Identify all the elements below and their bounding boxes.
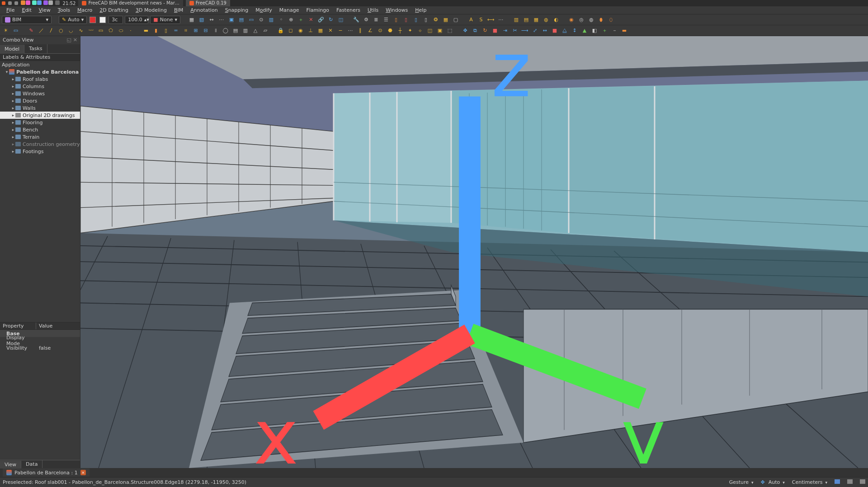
construction-mode-button[interactable]: ■None▾ xyxy=(150,16,180,24)
menu-2d-drafting[interactable]: 2D Drafting xyxy=(96,6,132,14)
polyline-icon[interactable]: 〳 xyxy=(47,27,55,35)
layers-icon[interactable]: ≣ xyxy=(372,16,380,24)
snap-mid-icon[interactable]: ◉ xyxy=(297,27,305,35)
window-minimize-icon[interactable] xyxy=(8,1,12,5)
snap-box-icon[interactable]: ▣ xyxy=(436,27,444,35)
snap-dim-icon[interactable]: ⟐ xyxy=(416,27,424,35)
bbox-icon[interactable]: ▭ xyxy=(247,16,255,24)
tree-item[interactable]: ▸Bench xyxy=(0,126,80,133)
scale-field[interactable]: 100.0▴▾ xyxy=(125,16,148,24)
sheet-icon[interactable]: ▢ xyxy=(452,16,460,24)
menu-flamingo[interactable]: Flamingo xyxy=(302,6,333,14)
nav-style-selector[interactable]: Gesture xyxy=(729,479,754,485)
text-a-icon[interactable]: A xyxy=(467,16,475,24)
fastener-4-icon[interactable]: ⬮ xyxy=(597,16,605,24)
snap-ang-icon[interactable]: ∠ xyxy=(366,27,374,35)
pipe-icon[interactable]: ⦀ xyxy=(212,27,220,35)
menu-fasteners[interactable]: Fasteners xyxy=(333,6,364,14)
stairs-2-icon[interactable]: ▥ xyxy=(241,27,250,35)
extrude-icon[interactable]: ▲ xyxy=(580,27,589,35)
tree-item[interactable]: ▸Terrain xyxy=(0,133,80,140)
doc-b-icon[interactable]: ▯ xyxy=(402,16,410,24)
tab-data[interactable]: Data xyxy=(21,460,42,468)
doc-c-icon[interactable]: ▯ xyxy=(412,16,420,24)
tree-item[interactable]: ▸Walls xyxy=(0,104,80,112)
extend-icon[interactable]: ⟶ xyxy=(521,27,529,35)
snap-vertex-icon[interactable]: ◦ xyxy=(277,16,285,24)
tree-item[interactable]: ▸Construction geometry xyxy=(0,140,80,148)
tree-item[interactable]: ▸Original 2D drawings xyxy=(0,112,80,119)
dims-stretch-icon[interactable] xyxy=(860,479,865,485)
menu-snapping[interactable]: Snapping xyxy=(222,6,252,14)
shaded-icon[interactable]: ▤ xyxy=(237,16,245,24)
linewidth-field[interactable]: 3c xyxy=(108,16,123,24)
polygon-icon[interactable]: ⬠ xyxy=(107,27,115,35)
3d-viewport[interactable]: z y x xyxy=(80,36,868,468)
model-tree[interactable]: Application ▾ Pabellon de Barcelona ▸Roo… xyxy=(0,61,80,155)
snap-par-icon[interactable]: ∥ xyxy=(356,27,364,35)
tab-tasks[interactable]: Tasks xyxy=(24,44,47,53)
window-maximize-icon[interactable] xyxy=(14,1,18,5)
hatch-4-icon[interactable]: ◍ xyxy=(542,16,550,24)
offset-icon[interactable]: ⇥ xyxy=(501,27,509,35)
prop-visibility[interactable]: Visibilityfalse xyxy=(0,344,80,351)
tree-document[interactable]: ▾ Pabellon de Barcelona xyxy=(0,68,80,75)
snap-grid-icon[interactable]: ▦ xyxy=(316,27,325,35)
panel-icon[interactable]: ▱ xyxy=(261,27,269,35)
close-panel-icon[interactable]: ✕ xyxy=(73,37,77,43)
fastener-3-icon[interactable]: ◍ xyxy=(587,16,595,24)
dots-icon[interactable]: ⋯ xyxy=(217,16,226,24)
color-swatch-white[interactable] xyxy=(99,16,107,24)
tree-item[interactable]: ▸Flooring xyxy=(0,119,80,126)
gear-icon[interactable]: ⚙ xyxy=(362,16,370,24)
taskbar-tab-browser[interactable]: FreeCAD BIM development news - Mar… xyxy=(78,0,183,6)
dims-grid-icon[interactable] xyxy=(847,479,853,485)
menu-modify[interactable]: Modify xyxy=(252,6,275,14)
snap-more-icon[interactable]: ⋯ xyxy=(346,27,354,35)
tab-model[interactable]: Model xyxy=(0,45,24,54)
diff-icon[interactable]: ◧ xyxy=(590,27,599,35)
array-icon[interactable]: ■ xyxy=(551,27,559,35)
doc-d-icon[interactable]: ▯ xyxy=(422,16,430,24)
dims-lock-icon[interactable] xyxy=(835,479,840,485)
color-swatch-red[interactable] xyxy=(89,16,97,24)
snap-end-icon[interactable]: ◻ xyxy=(287,27,295,35)
line-icon[interactable]: ／ xyxy=(37,27,45,35)
undock-icon[interactable]: ◱ xyxy=(66,37,71,43)
beam-icon[interactable]: ═ xyxy=(172,27,180,35)
camera-icon[interactable]: ◫ xyxy=(337,16,345,24)
menu-macro[interactable]: Macro xyxy=(74,6,96,14)
snap-ortho-icon[interactable]: ┼ xyxy=(396,27,404,35)
mirror-icon[interactable]: ⧋ xyxy=(561,27,569,35)
fitting-icon[interactable]: ◯ xyxy=(222,27,230,35)
close-document-icon[interactable]: × xyxy=(80,470,86,475)
spline-icon[interactable]: 〰 xyxy=(87,27,95,35)
auto-group-button[interactable]: ✎Auto▾ xyxy=(59,16,87,24)
fastener-1-icon[interactable]: ◉ xyxy=(567,16,576,24)
new-doc-icon[interactable]: ☀ xyxy=(2,27,10,35)
open-doc-icon[interactable]: ▭ xyxy=(12,27,20,35)
rebar-icon[interactable]: ⌗ xyxy=(182,27,190,35)
curve-icon[interactable]: ∿ xyxy=(77,27,85,35)
hatch-5-icon[interactable]: ◐ xyxy=(552,16,560,24)
ellipse-icon[interactable]: ⬭ xyxy=(117,27,125,35)
table-icon[interactable]: ▦ xyxy=(442,16,450,24)
prop-display-mode[interactable]: Display Mode xyxy=(0,337,80,344)
sketch-icon[interactable]: ✎ xyxy=(27,27,35,35)
link-icon[interactable]: 🔗 xyxy=(317,16,325,24)
copy-icon[interactable]: ⧉ xyxy=(471,27,479,35)
trim-icon[interactable]: ✂ xyxy=(511,27,519,35)
arrow-icon[interactable]: ↔ xyxy=(208,16,216,24)
snap-near-icon[interactable]: ⬣ xyxy=(386,27,394,35)
menu-manage[interactable]: Manage xyxy=(276,6,303,14)
remove-icon[interactable]: ✕ xyxy=(307,16,315,24)
fastener-5-icon[interactable]: ⬯ xyxy=(607,16,615,24)
tree-item[interactable]: ▸Doors xyxy=(0,97,80,104)
wall-icon[interactable]: ▮ xyxy=(152,27,160,35)
snap-cube-icon[interactable]: ⬚ xyxy=(446,27,454,35)
menu-utils[interactable]: Utils xyxy=(364,6,382,14)
snap-ctr-icon[interactable]: ⊙ xyxy=(376,27,384,35)
fastener-2-icon[interactable]: ◎ xyxy=(577,16,585,24)
menu-help[interactable]: Help xyxy=(411,6,430,14)
doc-a-icon[interactable]: ▯ xyxy=(392,16,400,24)
